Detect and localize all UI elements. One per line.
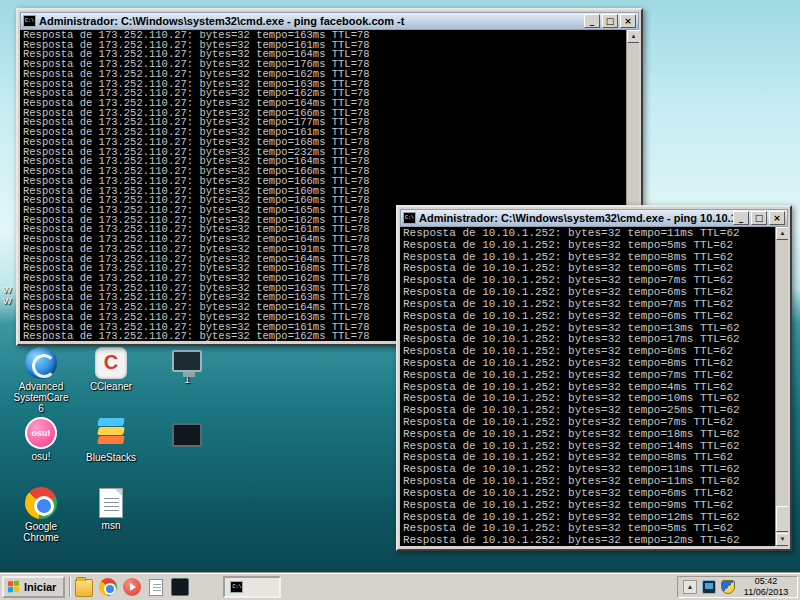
desktop-icon-osu[interactable]: osu! osu! [12,417,70,462]
titlebar[interactable]: C:\ Administrador: C:\Windows\system32\c… [400,209,788,227]
desktop-icon-label: Google Chrome [12,521,70,543]
scroll-thumb[interactable] [776,506,788,532]
console-line: Resposta de 10.10.1.252: bytes=32 tempo=… [403,370,774,382]
console-line: Resposta de 10.10.1.252: bytes=32 tempo=… [403,240,774,252]
folder-icon[interactable] [75,579,93,597]
scroll-up-icon[interactable]: ▲ [627,30,639,43]
console-line: Resposta de 10.10.1.252: bytes=32 tempo=… [403,358,774,370]
desktop-icon-google-chrome[interactable]: Google Chrome [12,487,70,543]
console-line: Resposta de 10.10.1.252: bytes=32 tempo=… [403,500,774,512]
osu-icon: osu! [25,417,57,449]
monitor-icon [172,350,202,372]
window-title: Administrador: C:\Windows\system32\cmd.e… [419,212,733,224]
desktop-icon-monitor[interactable]: 1 [158,347,216,385]
desktop: Advanced SystemCare 6 CCleaner 1 osu! os… [0,0,800,600]
close-button[interactable]: × [769,211,785,225]
window-controls: _ □ × [584,14,636,28]
clock[interactable]: 05:42 11/06/2013 [740,576,792,598]
clock-time: 05:42 [743,576,789,587]
desktop-icon-label: Advanced SystemCare 6 [12,381,70,414]
desktop-icon-label: msn [82,520,140,531]
clock-date: 11/06/2013 [743,587,789,598]
network-tray-icon[interactable] [702,580,716,594]
system-tray: ▲ 05:42 11/06/2013 [677,576,798,598]
desktop-icon-advanced-systemcare[interactable]: Advanced SystemCare 6 [12,347,70,414]
desktop-icon-label: CCleaner [82,381,140,392]
desktop-icon-bluestacks[interactable]: BlueStacks [82,417,140,463]
chrome-icon [25,487,57,519]
start-button[interactable]: Iniciar [2,576,65,598]
security-shield-icon[interactable] [721,580,735,594]
hidden-label-fragment: W [3,296,12,306]
console-line: Resposta de 10.10.1.252: bytes=32 tempo=… [403,299,774,311]
desktop-icon-document[interactable]: msn [82,487,140,531]
console-area[interactable]: Resposta de 10.10.1.252: bytes=32 tempo=… [400,227,788,546]
console-line: Resposta de 10.10.1.252: bytes=32 tempo=… [403,535,774,546]
hidden-label-fragment: W [3,285,12,295]
desktop-icon-label: osu! [12,451,70,462]
taskbar-button-cmd[interactable]: C:\ [223,576,281,598]
ccleaner-icon [95,347,127,379]
close-button[interactable]: × [620,14,636,28]
titlebar[interactable]: C:\ Administrador: C:\Windows\system32\c… [20,12,639,30]
console-line: Resposta de 10.10.1.252: bytes=32 tempo=… [403,429,774,441]
scroll-up-icon[interactable]: ▲ [776,227,788,240]
desktop-icon-dark-monitor[interactable] [158,420,216,449]
taskbar-divider [69,577,71,597]
cmd-icon: C:\ [23,15,36,27]
windows-flag-icon [8,580,20,593]
minimize-button[interactable]: _ [584,14,600,28]
document-icon [99,488,123,518]
terminal-icon[interactable] [171,578,189,596]
console-output: Resposta de 10.10.1.252: bytes=32 tempo=… [403,228,774,546]
cmd-icon: C:\ [403,212,416,224]
console-line: Resposta de 10.10.1.252: bytes=32 tempo=… [403,488,774,500]
bluestacks-icon [95,418,127,450]
scrollbar[interactable]: ▲ ▼ [775,227,788,546]
scroll-down-icon[interactable]: ▼ [776,533,788,546]
quick-launch [75,577,189,597]
cmd-icon: C:\ [230,581,243,593]
desktop-icon-ccleaner[interactable]: CCleaner [82,347,140,392]
advanced-systemcare-icon [25,347,57,379]
dark-monitor-icon [172,423,202,447]
minimize-button[interactable]: _ [733,211,749,225]
window-ping-local: C:\ Administrador: C:\Windows\system32\c… [396,205,792,551]
window-title: Administrador: C:\Windows\system32\cmd.e… [39,15,584,27]
console-line: Resposta de 10.10.1.252: bytes=32 tempo=… [403,311,774,323]
maximize-button[interactable]: □ [602,14,618,28]
maximize-button[interactable]: □ [751,211,767,225]
media-player-icon[interactable] [123,578,141,596]
window-controls: _ □ × [733,211,785,225]
desktop-icon-label: BlueStacks [82,452,140,463]
start-button-label: Iniciar [24,581,56,593]
notes-icon[interactable] [149,579,163,596]
taskbar: Iniciar C:\ ▲ 05:42 11/06/2013 [0,573,800,600]
show-hidden-icons-icon[interactable]: ▲ [683,580,697,594]
chrome-quicklaunch-icon[interactable] [99,578,117,596]
